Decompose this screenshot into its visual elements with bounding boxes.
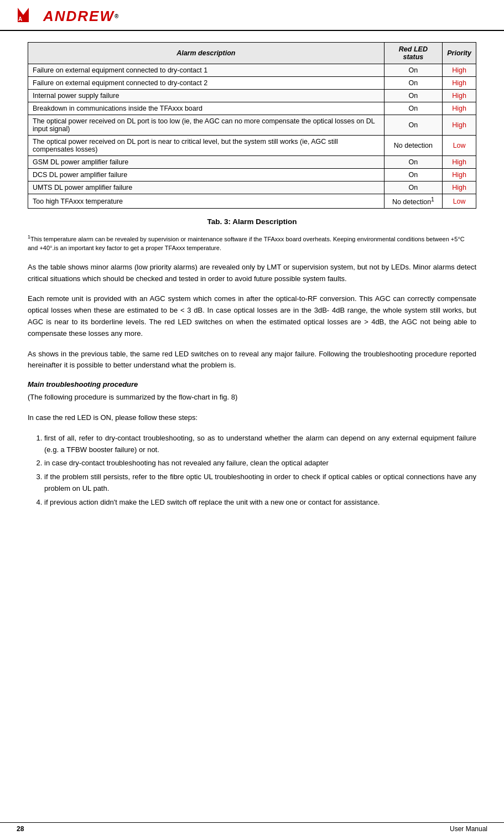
alarm-description-cell: GSM DL power amplifier failure	[28, 156, 385, 169]
paragraph-3: As shows in the previous table, the same…	[28, 349, 476, 372]
priority-cell: High	[443, 115, 476, 136]
table-header-row: Alarm description Red LED status Priorit…	[28, 43, 476, 64]
troubleshooting-step: first of all, refer to dry-contact troub…	[44, 433, 476, 456]
footnote: 1This temperature alarm can be revealed …	[28, 234, 476, 253]
table-row: The optical power received on DL port is…	[28, 136, 476, 156]
page-number: 28	[17, 825, 24, 833]
col-priority: Priority	[443, 43, 476, 64]
led-status-cell: On	[384, 181, 443, 194]
table-row: The optical power received on DL port is…	[28, 115, 476, 136]
alarm-description-cell: DCS DL power amplifier failure	[28, 169, 385, 181]
col-red-led-status: Red LED status	[384, 43, 443, 64]
led-status-cell: On	[384, 90, 443, 102]
led-status-cell: On	[384, 77, 443, 90]
alarm-description-cell: Too high TFAxxx temperature	[28, 194, 385, 209]
priority-cell: High	[443, 90, 476, 102]
alarm-description-cell: Failure on external equipment connected …	[28, 64, 385, 77]
paragraph-1: As the table shows minor alarms (low pri…	[28, 262, 476, 285]
troubleshooting-step: if the problem still persists, refer to …	[44, 471, 476, 495]
troubleshooting-step: if previous action didn't make the LED s…	[44, 497, 476, 509]
led-status-cell: On	[384, 102, 443, 115]
paragraph-2: Each remote unit is provided with an AGC…	[28, 293, 476, 339]
led-status-cell: No detection	[384, 136, 443, 156]
troubleshooting-intro1: (The following procedure is summarized b…	[28, 392, 476, 403]
table-row: Failure on external equipment connected …	[28, 64, 476, 77]
troubleshooting-intro2: In case the red LED is ON, please follow…	[28, 412, 476, 424]
led-status-cell: On	[384, 169, 443, 181]
manual-label: User Manual	[450, 825, 487, 833]
priority-cell: High	[443, 169, 476, 181]
priority-cell: High	[443, 64, 476, 77]
page-header: A ANDREW®	[0, 0, 504, 31]
alarm-description-cell: Internal power supply failure	[28, 90, 385, 102]
alarm-description-cell: The optical power received on DL port is…	[28, 115, 385, 136]
priority-cell: High	[443, 181, 476, 194]
troubleshooting-steps: first of all, refer to dry-contact troub…	[44, 433, 476, 509]
page: A ANDREW® Alarm description Red LED stat…	[0, 0, 504, 835]
table-caption: Tab. 3: Alarm Description	[28, 217, 476, 226]
logo: A ANDREW®	[17, 7, 118, 25]
alarm-description-cell: UMTS DL power amplifier failure	[28, 181, 385, 194]
troubleshooting-step: in case dry-contact troubleshooting has …	[44, 458, 476, 469]
priority-cell: Low	[443, 136, 476, 156]
table-row: Internal power supply failureOnHigh	[28, 90, 476, 102]
priority-cell: High	[443, 156, 476, 169]
table-row: UMTS DL power amplifier failureOnHigh	[28, 181, 476, 194]
table-row: GSM DL power amplifier failureOnHigh	[28, 156, 476, 169]
alarm-description-cell: Failure on external equipment connected …	[28, 77, 385, 90]
logo-registered: ®	[115, 13, 118, 19]
logo-icon: A	[17, 7, 40, 25]
page-footer: 28 User Manual	[0, 822, 504, 835]
troubleshooting-title: Main troubleshooting procedure	[28, 380, 476, 388]
troubleshooting-section: Main troubleshooting procedure (The foll…	[28, 380, 476, 508]
main-content: Alarm description Red LED status Priorit…	[0, 31, 504, 532]
svg-text:A: A	[18, 16, 22, 22]
priority-cell: High	[443, 77, 476, 90]
table-row: Failure on external equipment connected …	[28, 77, 476, 90]
led-status-cell: On	[384, 156, 443, 169]
table-row: Too high TFAxxx temperatureNo detection1…	[28, 194, 476, 209]
led-status-cell: On	[384, 115, 443, 136]
priority-cell: High	[443, 102, 476, 115]
footnote-text: This temperature alarm can be revealed b…	[28, 236, 465, 252]
led-status-cell: On	[384, 64, 443, 77]
col-alarm-description: Alarm description	[28, 43, 385, 64]
table-row: Breakdown in communications inside the T…	[28, 102, 476, 115]
alarm-description-cell: The optical power received on DL port is…	[28, 136, 385, 156]
table-row: DCS DL power amplifier failureOnHigh	[28, 169, 476, 181]
alarm-table: Alarm description Red LED status Priorit…	[28, 42, 476, 209]
alarm-description-cell: Breakdown in communications inside the T…	[28, 102, 385, 115]
led-status-cell: No detection1	[384, 194, 443, 209]
logo-text: ANDREW	[43, 8, 115, 25]
priority-cell: Low	[443, 194, 476, 209]
